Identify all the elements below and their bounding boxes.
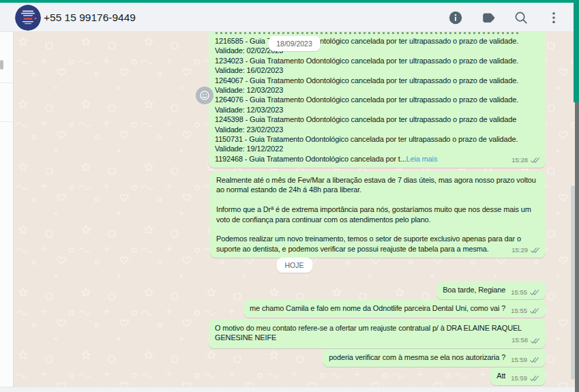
contact-avatar[interactable] xyxy=(15,5,41,31)
double-check-icon xyxy=(529,375,539,382)
message-paragraph: Podemos realizar um novo treinamento, te… xyxy=(216,234,539,254)
message-bubble-motivo: O motivo do meu contato refere-se a ofer… xyxy=(209,320,546,348)
react-emoji-button[interactable] xyxy=(196,87,213,104)
double-check-icon xyxy=(529,357,539,363)
menu-button[interactable] xyxy=(542,6,565,29)
scrollbar-thumb[interactable] xyxy=(571,185,575,380)
double-check-icon xyxy=(529,307,539,314)
compose-bar-edge xyxy=(0,387,575,392)
chat-list-edge xyxy=(0,32,14,387)
message-text: Att xyxy=(496,372,505,380)
timestamp: 15:28 xyxy=(511,155,528,165)
contact-phone[interactable]: +55 15 99176-9449 xyxy=(44,3,136,32)
window-accent-bar xyxy=(0,0,579,3)
info-button[interactable] xyxy=(444,6,467,29)
message-line: Validade: 19/12/2022 xyxy=(215,144,539,153)
double-check-icon xyxy=(530,247,540,254)
message-bubble-guias: 1216585 - Guia Tratamento Odontológico c… xyxy=(209,32,546,168)
chat-header: +55 15 99176-9449 xyxy=(0,3,575,32)
sticky-date-label: 18/09/2023 xyxy=(276,40,312,48)
header-actions xyxy=(444,3,565,32)
timestamp: 15:59 xyxy=(511,355,527,365)
chat-list-scrollbar-thumb[interactable] xyxy=(0,60,3,70)
clipped-text-remnant xyxy=(215,32,539,35)
conversation-panel: 1216585 - Guia Tratamento Odontológico c… xyxy=(14,32,575,387)
info-icon xyxy=(448,10,463,25)
message-text: O motivo do meu contato refere-se a ofer… xyxy=(215,323,539,343)
chat-list-separator xyxy=(0,82,13,83)
chat-list-separator xyxy=(0,121,13,122)
timestamp: 15:59 xyxy=(511,374,527,383)
day-divider-label: HOJE xyxy=(284,261,303,269)
sticky-date-pill: 18/09/2023 xyxy=(268,36,321,51)
message-line: 1150731 - Guia Tratamento Odontológico c… xyxy=(215,134,539,144)
message-paragraph: Informo que a Drª é de extrema importânc… xyxy=(216,205,539,224)
message-meta: 15:59 xyxy=(511,374,539,383)
message-paragraph: Realmente até o mês de Fev/Mar a liberaç… xyxy=(216,175,539,195)
timestamp: 15:55 xyxy=(511,288,527,297)
message-line: 1192468 - Guia Tratamento Odontológico c… xyxy=(215,154,539,164)
double-check-icon xyxy=(530,337,540,344)
scrollbar-track[interactable] xyxy=(575,102,579,392)
message-line: Validade: 16/02/2023 xyxy=(215,65,539,75)
message-bubble-liberacao: Realmente até o mês de Fev/Mar a liberaç… xyxy=(210,172,546,258)
message-line: Validade: 12/03/2023 xyxy=(215,105,539,115)
message-text: poderia verificar com à mesma se ela nos… xyxy=(329,353,505,361)
whatsapp-window: +55 15 99176-9449 xyxy=(0,0,579,392)
message-line: 1264076 - Guia Tratamento Odontológico c… xyxy=(215,95,539,104)
message-bubble-att: Att15:59 xyxy=(490,367,546,385)
label-icon xyxy=(480,10,496,25)
message-meta: 15:55 xyxy=(511,288,539,297)
message-meta: 15:59 xyxy=(511,355,539,365)
message-text: Boa tarde, Regiane xyxy=(443,286,505,294)
right-accent-strip xyxy=(574,0,579,102)
smiley-icon xyxy=(198,89,211,102)
search-icon xyxy=(514,10,529,25)
day-divider: HOJE xyxy=(276,258,312,273)
timestamp: 15:55 xyxy=(511,306,527,316)
timestamp: 15:58 xyxy=(511,335,528,345)
message-line: Validade: 02/02/2023 xyxy=(215,46,539,55)
message-line: Validade: 12/03/2023 xyxy=(215,85,539,95)
message-meta: 15:58 xyxy=(511,335,540,345)
message-line: 1216585 - Guia Tratamento Odontológico c… xyxy=(215,36,539,46)
timestamp: 15:29 xyxy=(511,245,528,255)
truncated-text: 1192468 - Guia Tratamento Odontológico c… xyxy=(215,155,406,163)
message-meta: 15:55 xyxy=(511,306,539,316)
double-check-icon xyxy=(530,157,540,164)
message-line: 1264067 - Guia Tratamento Odontológico c… xyxy=(215,76,539,85)
message-line: 1234023 - Guia Tratamento Odontológico c… xyxy=(215,56,539,65)
message-text: me chamo Camila e falo em nome da Odnotl… xyxy=(250,304,505,312)
search-button[interactable] xyxy=(509,6,533,29)
message-bubble-boa-tarde: Boa tarde, Regiane15:55 xyxy=(436,282,546,299)
message-meta: 15:28 xyxy=(511,155,540,165)
double-check-icon xyxy=(529,289,539,296)
message-line: 1245398 - Guia Tratamento Odontológico c… xyxy=(215,115,539,124)
message-line: Validade: 23/02/2023 xyxy=(215,125,539,134)
kebab-menu-icon xyxy=(546,10,561,26)
message-bubble-camila: me chamo Camila e falo em nome da Odnotl… xyxy=(243,300,546,318)
message-bubble-poderia: poderia verificar com à mesma se ela nos… xyxy=(323,349,546,367)
label-button[interactable] xyxy=(477,6,500,29)
message-meta: 15:29 xyxy=(511,245,540,255)
read-more-link[interactable]: Leia mais xyxy=(406,155,438,163)
contact-logo-icon xyxy=(15,5,41,31)
